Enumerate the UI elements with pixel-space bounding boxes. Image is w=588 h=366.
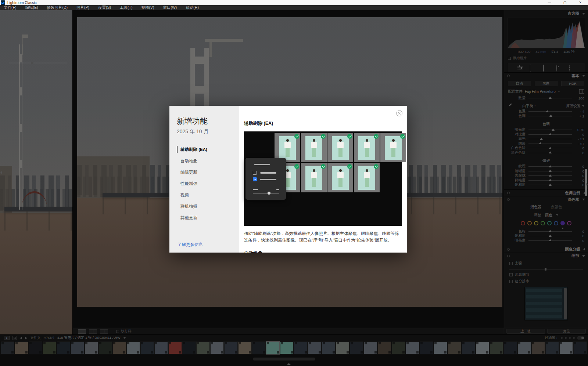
filmstrip-thumbnail[interactable]: [545, 341, 559, 354]
profile-browser-icon[interactable]: [579, 89, 584, 94]
detail-option-toggle[interactable]: 原始细节: [509, 272, 588, 277]
slider-knob[interactable]: [540, 138, 543, 140]
presence-slider-row[interactable]: 鲜艳度 0: [504, 178, 588, 183]
filmstrip-thumbnail[interactable]: [294, 341, 308, 354]
menu-item[interactable]: 视图(V): [141, 5, 154, 10]
original-photo-toggle[interactable]: 原始照片: [508, 56, 588, 61]
tone-slider-row[interactable]: 对比度 0: [504, 132, 588, 137]
whats-new-nav-item[interactable]: 联机拍摄: [177, 201, 239, 212]
filter-flag-icon[interactable]: [561, 337, 563, 339]
filmstrip-thumbnail[interactable]: [168, 341, 182, 354]
slider-knob[interactable]: [549, 184, 552, 186]
filter-star-icon[interactable]: [565, 337, 567, 339]
treatment-bw-button[interactable]: 黑白: [535, 81, 558, 86]
filmstrip-thumbnail[interactable]: [224, 341, 238, 354]
filmstrip-thumbnail[interactable]: [364, 341, 377, 354]
tone-curve-header[interactable]: 色调曲线: [504, 189, 588, 196]
slider-knob[interactable]: [546, 110, 549, 112]
tone-slider-row[interactable]: 曝光度 - 0.70: [504, 128, 588, 133]
filmstrip-thumbnail[interactable]: [503, 341, 517, 354]
mixer-slider-row[interactable]: 色相 0: [504, 229, 588, 234]
filmstrip-thumbnail[interactable]: [182, 341, 196, 354]
slider-knob[interactable]: [552, 128, 555, 131]
denoise-amount-slider[interactable]: [509, 268, 583, 271]
left-panel-scroll[interactable]: 导航器 适合 填充 100%: [3, 10, 72, 328]
original-photo-checkbox[interactable]: [508, 57, 511, 60]
presence-slider-row[interactable]: 去朦胧 0: [504, 174, 588, 178]
profile-value[interactable]: Fuji Film Presetoro: [525, 90, 556, 94]
slider-knob[interactable]: [549, 170, 552, 172]
color-swatch[interactable]: [547, 221, 552, 225]
color-swatch[interactable]: [541, 221, 545, 225]
show-left-panel-arrow[interactable]: [0, 171, 2, 174]
filmstrip-thumbnail[interactable]: [350, 341, 363, 354]
masking-tool-icon[interactable]: [569, 65, 575, 70]
maximize-button[interactable]: ▢: [557, 0, 573, 5]
filmstrip-thumbnail[interactable]: [490, 341, 503, 354]
go-forward-icon[interactable]: [25, 337, 27, 340]
presence-slider-row[interactable]: 纹理 0: [504, 164, 588, 169]
filmstrip-thumbnail[interactable]: [112, 341, 126, 354]
filmstrip-thumbnail[interactable]: [140, 341, 154, 354]
mixer-header[interactable]: 混色器: [504, 196, 588, 203]
slider-knob[interactable]: [549, 235, 552, 237]
filmstrip-thumbnail[interactable]: [462, 341, 475, 354]
detail-header[interactable]: 细节: [504, 253, 588, 259]
adjust-value[interactable]: 颜色: [545, 213, 552, 218]
minimize-button[interactable]: —: [542, 0, 557, 5]
whats-new-nav-item[interactable]: 编辑更新: [177, 167, 239, 178]
whats-new-nav-item[interactable]: 自动堆叠: [177, 155, 239, 167]
panel-toggle-icon[interactable]: [507, 192, 510, 194]
reset-button[interactable]: 复位: [547, 329, 586, 334]
filmstrip-thumbnail[interactable]: [238, 341, 252, 354]
treatment-auto-button[interactable]: 自动: [508, 81, 531, 86]
color-swatch[interactable]: [567, 221, 571, 225]
color-swatch[interactable]: [554, 221, 558, 225]
tone-slider-row[interactable]: 高光 - 51: [504, 137, 588, 142]
detail-option-toggle[interactable]: 超分辨率: [509, 279, 588, 284]
soft-proofing-toggle[interactable]: 软打样: [116, 329, 132, 334]
slider-knob[interactable]: [549, 133, 552, 135]
filmstrip-thumbnail[interactable]: [85, 341, 98, 354]
filmstrip-thumbnail[interactable]: [531, 341, 545, 354]
filmstrip-thumbnail[interactable]: [476, 341, 489, 354]
mixer-tab[interactable]: 点颜色: [551, 204, 562, 210]
before-after-view-icon[interactable]: [89, 329, 97, 334]
filmstrip-thumbnail[interactable]: [252, 341, 266, 354]
show-filmstrip-arrow[interactable]: [287, 363, 291, 365]
menu-item[interactable]: 设置(S): [98, 5, 111, 10]
filter-label-icon[interactable]: [573, 337, 575, 339]
color-swatch[interactable]: [527, 221, 532, 225]
filmstrip-thumbnail[interactable]: [573, 341, 587, 354]
close-button[interactable]: ✕: [573, 0, 588, 5]
color-swatch[interactable]: [521, 221, 525, 225]
menu-item[interactable]: 修改照片(D): [47, 5, 68, 10]
slider-knob[interactable]: [549, 239, 552, 241]
compare-view-icon[interactable]: [100, 329, 108, 334]
panel-toggle-icon[interactable]: [507, 255, 510, 257]
filmstrip-thumbnail[interactable]: [517, 341, 531, 354]
slider-knob[interactable]: [549, 151, 552, 153]
mixer-tab[interactable]: 混色器: [530, 204, 541, 210]
go-back-icon[interactable]: [20, 337, 22, 340]
preview-scrollbar[interactable]: [564, 288, 567, 319]
healing-tool-icon[interactable]: [543, 65, 549, 70]
tone-slider-row[interactable]: 白色色阶 0: [504, 146, 588, 151]
histogram-header[interactable]: 直方图: [504, 10, 588, 17]
histogram-graph[interactable]: [507, 18, 585, 48]
navigator-preview[interactable]: [7, 18, 69, 58]
crop-tool-icon[interactable]: [530, 65, 536, 70]
whats-new-nav-item[interactable]: 性能增强: [177, 178, 239, 189]
filmstrip-thumbnail[interactable]: [308, 341, 322, 354]
white-balance-value[interactable]: 原照设置: [566, 104, 584, 109]
filmstrip-thumbnail[interactable]: [378, 341, 391, 354]
grid-view-icon[interactable]: [12, 336, 17, 340]
filmstrip-thumbnail[interactable]: [1, 341, 14, 354]
learn-more-link[interactable]: 了解更多信息: [178, 242, 203, 247]
slider-knob[interactable]: [549, 165, 552, 167]
right-panel-scroll[interactable]: 直方图 ISO 32042 mmf/1.41/30 秒: [504, 10, 588, 328]
detail-option-checkbox[interactable]: [509, 273, 513, 276]
wb-slider-row[interactable]: 色温 - 4: [504, 109, 588, 114]
detail-preview[interactable]: [524, 287, 568, 320]
panel-toggle-icon[interactable]: [507, 248, 510, 251]
